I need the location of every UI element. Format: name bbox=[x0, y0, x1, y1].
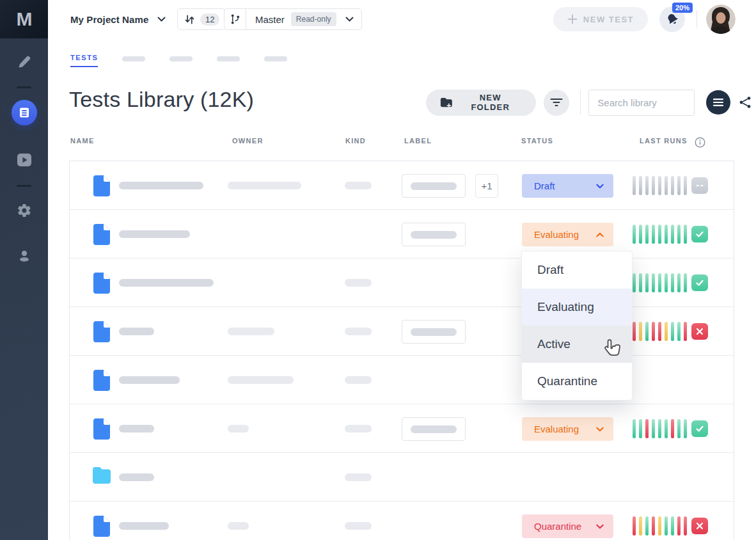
filter-icon bbox=[550, 98, 563, 107]
label-skeleton bbox=[411, 231, 457, 239]
run-bar-green bbox=[677, 273, 681, 292]
branch-selector[interactable]: Master Read-only bbox=[224, 8, 362, 30]
section-tabs: TESTS bbox=[70, 54, 287, 67]
name-skeleton bbox=[119, 328, 154, 335]
run-bar-green bbox=[652, 273, 655, 292]
avatar-photo bbox=[706, 4, 736, 34]
run-bar-green bbox=[645, 225, 649, 244]
last-runs[interactable] bbox=[633, 273, 708, 292]
run-bar-green bbox=[633, 273, 636, 292]
file-icon bbox=[93, 273, 110, 294]
status-label: Draft bbox=[534, 180, 555, 191]
owner-skeleton bbox=[228, 376, 294, 384]
run-bar-green bbox=[684, 419, 687, 438]
table-row[interactable] bbox=[70, 258, 734, 307]
file-icon-cell bbox=[93, 321, 110, 345]
column-last-runs: LAST RUNS bbox=[640, 137, 688, 145]
status-dropdown-button[interactable]: Draft bbox=[522, 174, 613, 198]
run-bar-green bbox=[684, 273, 687, 292]
run-bar-green bbox=[677, 419, 681, 438]
branch-name: Master bbox=[255, 14, 285, 25]
status-dropdown-button[interactable]: Evaluating bbox=[522, 417, 613, 441]
label-input[interactable] bbox=[402, 223, 466, 246]
settings-gear-icon bbox=[17, 203, 32, 218]
view-hierarchy-button[interactable] bbox=[734, 90, 756, 115]
last-runs[interactable] bbox=[633, 322, 708, 341]
dropdown-option-evaluating[interactable]: Evaluating bbox=[522, 289, 632, 326]
run-bar-green bbox=[677, 225, 681, 244]
sidebar-item-tests-library[interactable] bbox=[0, 100, 48, 125]
user-avatar[interactable] bbox=[706, 4, 736, 34]
sidebar-item-settings[interactable] bbox=[0, 203, 48, 218]
project-switcher[interactable]: My Project Name bbox=[70, 0, 166, 38]
dropdown-option-draft[interactable]: Draft bbox=[522, 251, 632, 289]
table-row[interactable]: Evaluating bbox=[70, 210, 734, 258]
run-result-fail[interactable] bbox=[691, 518, 708, 534]
kind-skeleton bbox=[345, 522, 372, 530]
column-owner: OWNER bbox=[232, 137, 264, 145]
table-row[interactable] bbox=[70, 356, 734, 404]
run-result-pass[interactable] bbox=[691, 420, 708, 437]
sidebar-item-runs[interactable] bbox=[0, 153, 48, 167]
topbar-divider bbox=[697, 10, 697, 28]
runs-player-icon bbox=[17, 153, 32, 167]
run-bar-green bbox=[652, 225, 655, 244]
dropdown-option-active[interactable]: Active bbox=[522, 326, 632, 363]
readonly-badge: Read-only bbox=[291, 12, 336, 26]
run-bar-red bbox=[684, 322, 687, 341]
table-row[interactable]: Evaluating bbox=[70, 404, 734, 453]
project-name: My Project Name bbox=[70, 14, 148, 25]
notification-percent-badge: 20% bbox=[672, 3, 693, 13]
status-dropdown-button[interactable]: Evaluating bbox=[522, 223, 613, 246]
run-bar-yellow bbox=[639, 516, 642, 536]
status-dropdown-button[interactable]: Quarantine bbox=[522, 514, 613, 538]
app-logo[interactable]: M bbox=[0, 0, 48, 38]
sidebar-item-user[interactable] bbox=[0, 248, 48, 264]
dropdown-option-quarantine[interactable]: Quarantine bbox=[522, 363, 632, 400]
tab-skeleton[interactable] bbox=[217, 56, 240, 61]
run-bar-green bbox=[671, 273, 674, 292]
table-row[interactable] bbox=[70, 453, 734, 502]
tab-skeleton[interactable] bbox=[169, 56, 193, 61]
compare-changes-button[interactable]: 12 bbox=[177, 8, 226, 30]
table-row[interactable]: +1Draft bbox=[70, 161, 734, 210]
extra-labels-badge[interactable]: +1 bbox=[475, 174, 498, 198]
app-root: M bbox=[0, 0, 756, 540]
label-input[interactable] bbox=[402, 320, 466, 344]
new-folder-button[interactable]: NEW FOLDER bbox=[426, 90, 536, 116]
tab-skeleton[interactable] bbox=[122, 56, 145, 61]
last-runs[interactable] bbox=[633, 419, 708, 438]
search-input[interactable] bbox=[588, 90, 695, 116]
run-result-pass[interactable] bbox=[691, 274, 708, 291]
run-result-fail[interactable] bbox=[691, 323, 708, 340]
info-icon[interactable] bbox=[695, 137, 705, 149]
run-bar-gray bbox=[665, 176, 668, 195]
folder-icon-cell bbox=[93, 467, 111, 486]
tab-tests[interactable]: TESTS bbox=[70, 54, 98, 67]
run-result-pass[interactable] bbox=[691, 226, 708, 242]
label-input[interactable] bbox=[402, 174, 466, 198]
tab-skeleton[interactable] bbox=[264, 56, 287, 61]
run-bar-green bbox=[671, 225, 674, 244]
new-test-button[interactable]: NEW TEST bbox=[553, 7, 648, 31]
last-runs[interactable] bbox=[633, 176, 708, 195]
sidebar-item-edit[interactable] bbox=[0, 55, 48, 70]
file-icon-cell bbox=[93, 370, 110, 393]
table-row[interactable] bbox=[70, 307, 734, 356]
run-bar-green bbox=[665, 225, 668, 244]
owner-skeleton bbox=[228, 328, 274, 335]
last-runs[interactable] bbox=[633, 225, 708, 244]
tests-library-icon bbox=[19, 107, 30, 118]
table-row[interactable]: Quarantine bbox=[70, 502, 734, 540]
file-icon-cell bbox=[93, 516, 110, 539]
label-skeleton bbox=[411, 182, 457, 190]
last-runs[interactable] bbox=[633, 516, 708, 536]
view-list-button[interactable] bbox=[706, 90, 730, 115]
logo-letter: M bbox=[17, 8, 32, 30]
label-input[interactable] bbox=[402, 417, 466, 441]
owner-skeleton bbox=[228, 522, 249, 530]
run-result-pending[interactable] bbox=[691, 177, 708, 194]
name-skeleton bbox=[119, 279, 214, 287]
file-icon bbox=[93, 224, 110, 245]
filter-button[interactable] bbox=[544, 90, 570, 116]
